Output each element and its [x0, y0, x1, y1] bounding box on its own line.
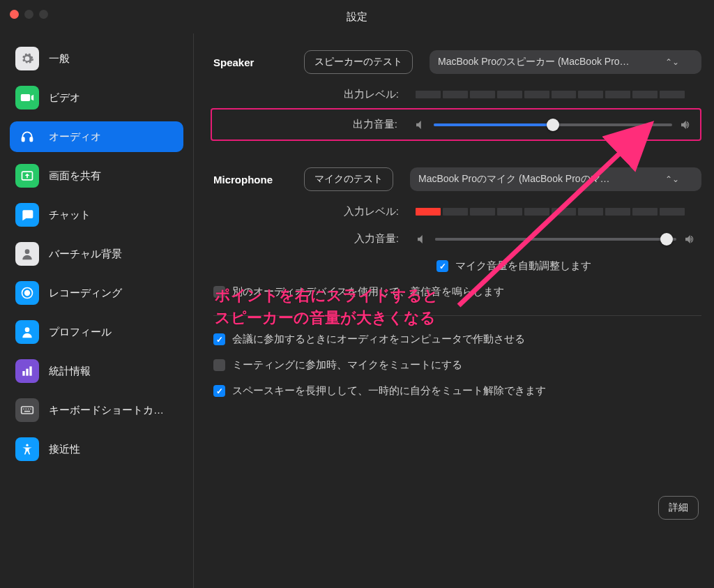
minimize-icon — [24, 10, 33, 19]
input-level-row: 入力レベル: — [213, 205, 701, 218]
profile-icon — [15, 320, 39, 344]
output-level-row: 出力レベル: — [213, 88, 701, 101]
headset-icon — [15, 125, 39, 149]
input-level-meter — [416, 208, 685, 216]
sidebar-item-2[interactable]: オーディオ — [10, 121, 183, 152]
volume-high-icon — [683, 233, 696, 246]
volume-low-icon — [416, 233, 428, 246]
svg-point-12 — [26, 409, 27, 410]
record-icon — [15, 281, 39, 305]
svg-point-13 — [28, 409, 29, 410]
output-volume-label: 出力音量: — [212, 118, 414, 131]
svg-rect-7 — [22, 371, 24, 376]
svg-point-5 — [25, 291, 30, 296]
window-controls — [10, 10, 48, 19]
ring-device-label: 別のオーディオデバイスを使用して、着信音を鳴らします — [232, 285, 504, 299]
input-level-label: 入力レベル: — [213, 205, 416, 218]
auto-join-row[interactable]: 会議に参加するときにオーディオをコンピュータで作動させる — [213, 333, 701, 346]
output-volume-slider[interactable] — [434, 123, 672, 126]
mic-device-label: MacBook Proのマイク (MacBook Proのマ… — [418, 173, 610, 186]
keyboard-icon — [15, 398, 39, 422]
sidebar-item-10[interactable]: 接近性 — [10, 434, 183, 465]
sidebar-item-label: 画面を共有 — [49, 169, 101, 183]
svg-point-14 — [30, 409, 31, 410]
content: Speaker スピーカーのテスト MacBook Proのスピーカー (Mac… — [194, 33, 714, 588]
auto-join-checkbox[interactable] — [213, 333, 225, 345]
sidebar-item-4[interactable]: チャット — [10, 199, 183, 230]
sidebar-item-label: 統計情報 — [49, 365, 91, 378]
titlebar: 設定 — [0, 0, 714, 33]
speaker-row: Speaker スピーカーのテスト MacBook Proのスピーカー (Mac… — [213, 50, 701, 74]
ring-device-row[interactable]: 別のオーディオデバイスを使用して、着信音を鳴らします — [213, 285, 701, 299]
volume-high-icon — [679, 119, 692, 131]
svg-rect-0 — [22, 137, 24, 142]
push-to-talk-checkbox[interactable] — [213, 385, 225, 397]
sidebar-item-1[interactable]: ビデオ — [10, 82, 183, 113]
svg-rect-9 — [29, 366, 31, 375]
svg-point-16 — [26, 444, 28, 446]
sidebar-item-label: キーボードショートカ… — [49, 404, 164, 417]
push-to-talk-label: スペースキーを長押しして、一時的に自分をミュート解除できます — [232, 384, 546, 398]
mic-test-button[interactable]: マイクのテスト — [304, 167, 393, 191]
mic-device-select[interactable]: MacBook Proのマイク (MacBook Proのマ… ⌃⌄ — [410, 167, 701, 191]
gear-icon — [15, 47, 39, 70]
svg-point-6 — [25, 327, 30, 332]
sidebar-item-label: プロフィール — [49, 326, 112, 339]
sidebar-item-9[interactable]: キーボードショートカ… — [10, 395, 183, 425]
auto-adjust-row[interactable]: マイク音量を自動調整します — [436, 259, 701, 273]
sidebar-item-8[interactable]: 統計情報 — [10, 356, 183, 386]
speaker-title: Speaker — [213, 56, 304, 68]
mute-on-join-label: ミーティングに参加時、マイクをミュートにする — [232, 359, 462, 372]
window-title: 設定 — [347, 10, 367, 24]
video-icon — [15, 86, 39, 110]
output-volume-control — [414, 119, 692, 131]
sidebar: 一般ビデオオーディオ画面を共有チャットバーチャル背景レコーディングプロフィール統… — [0, 33, 194, 588]
sidebar-item-label: チャット — [49, 209, 91, 222]
sidebar-item-label: ビデオ — [49, 91, 80, 105]
chat-icon — [15, 203, 39, 227]
mute-on-join-row[interactable]: ミーティングに参加時、マイクをミュートにする — [213, 359, 701, 372]
svg-point-11 — [23, 409, 24, 410]
zoom-icon — [39, 10, 48, 19]
sidebar-item-label: オーディオ — [49, 130, 101, 144]
close-icon[interactable] — [10, 10, 19, 19]
stats-icon — [15, 359, 39, 383]
svg-point-3 — [25, 249, 30, 254]
divider — [213, 315, 701, 316]
speaker-device-select[interactable]: MacBook Proのスピーカー (MacBook Pro… ⌃⌄ — [430, 50, 701, 74]
settings-window: 設定 一般ビデオオーディオ画面を共有チャットバーチャル背景レコーディングプロフィ… — [0, 0, 714, 588]
details-button[interactable]: 詳細 — [658, 496, 699, 520]
sidebar-item-label: 一般 — [49, 52, 70, 66]
microphone-title: Microphone — [213, 174, 304, 186]
output-level-label: 出力レベル: — [213, 88, 416, 101]
input-volume-row: 入力音量: — [213, 232, 701, 246]
auto-join-label: 会議に参加するときにオーディオをコンピュータで作動させる — [232, 333, 525, 346]
svg-rect-15 — [24, 411, 30, 412]
svg-rect-8 — [26, 369, 28, 376]
sidebar-item-label: バーチャル背景 — [49, 248, 122, 261]
mute-on-join-checkbox[interactable] — [213, 359, 225, 371]
sidebar-item-7[interactable]: プロフィール — [10, 317, 183, 347]
sidebar-item-3[interactable]: 画面を共有 — [10, 160, 183, 191]
auto-adjust-checkbox[interactable] — [436, 260, 448, 272]
ring-device-checkbox[interactable] — [213, 286, 225, 298]
input-volume-slider[interactable] — [435, 238, 676, 241]
sidebar-item-5[interactable]: バーチャル背景 — [10, 239, 183, 269]
input-volume-control — [416, 233, 696, 246]
svg-rect-10 — [22, 407, 33, 414]
chevron-updown-icon: ⌃⌄ — [665, 174, 679, 184]
share-icon — [15, 164, 39, 188]
push-to-talk-row[interactable]: スペースキーを長押しして、一時的に自分をミュート解除できます — [213, 384, 701, 398]
speaker-test-button[interactable]: スピーカーのテスト — [304, 50, 413, 74]
output-level-meter — [416, 91, 685, 98]
svg-rect-1 — [30, 137, 32, 142]
sidebar-item-6[interactable]: レコーディング — [10, 278, 183, 308]
chevron-updown-icon: ⌃⌄ — [665, 57, 679, 67]
input-volume-label: 入力音量: — [213, 232, 416, 246]
person-icon — [15, 242, 39, 266]
auto-adjust-label: マイク音量を自動調整します — [455, 259, 591, 273]
sidebar-item-0[interactable]: 一般 — [10, 43, 183, 74]
sidebar-item-label: レコーディング — [49, 287, 122, 300]
volume-low-icon — [414, 119, 427, 131]
sidebar-item-label: 接近性 — [49, 443, 80, 456]
